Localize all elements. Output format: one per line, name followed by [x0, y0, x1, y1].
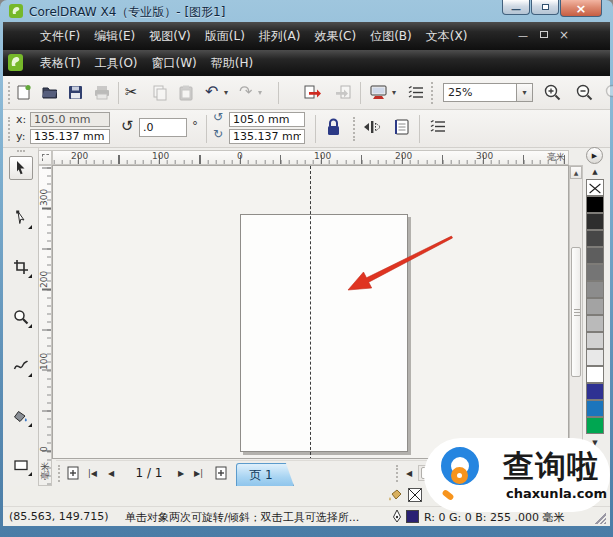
object-width-field[interactable]	[229, 112, 305, 127]
menu-text[interactable]: 文本(X)	[419, 25, 475, 48]
tool-crop[interactable]	[9, 255, 33, 279]
page-tab-1[interactable]: 页 1	[236, 463, 294, 486]
palette-swatch-40-black[interactable]	[586, 298, 604, 315]
palette-swatch-blue[interactable]	[586, 383, 604, 400]
propbar-options-button[interactable]	[429, 118, 447, 135]
doc-restore-button[interactable]	[540, 31, 548, 38]
palette-swatch-90-black[interactable]	[586, 213, 604, 230]
palette-no-color-swatch[interactable]	[586, 179, 604, 196]
paste-button[interactable]	[178, 84, 194, 101]
tool-smart-fill[interactable]	[9, 404, 33, 428]
zoom-page-button[interactable]	[604, 83, 613, 102]
tool-freehand[interactable]	[9, 354, 33, 378]
add-page-button-left[interactable]	[66, 465, 80, 481]
palette-swatch-30-black[interactable]	[586, 315, 604, 332]
next-page-button[interactable]: ▶	[178, 469, 184, 478]
mirror-button[interactable]	[363, 118, 381, 136]
menu-window[interactable]: 窗口(W)	[145, 52, 204, 75]
menu-effects[interactable]: 效果(C)	[307, 25, 363, 48]
undo-dropdown[interactable]: ▾	[224, 88, 228, 97]
palette-swatch-white[interactable]	[586, 366, 604, 383]
tool-rectangle[interactable]	[9, 453, 33, 477]
navbar-drag-handle[interactable]	[58, 465, 60, 482]
palette-swatch-70-black[interactable]	[586, 247, 604, 264]
horizontal-ruler[interactable]: 200 100 0 100 200 300 毫米	[52, 150, 569, 165]
new-document-button[interactable]	[15, 84, 32, 101]
menu-tools[interactable]: 工具(O)	[88, 52, 145, 75]
print-button[interactable]	[93, 84, 111, 101]
previous-page-button[interactable]: ◀	[108, 469, 114, 478]
close-button[interactable]: ×	[560, 0, 602, 17]
toolbar-drag-handle[interactable]	[8, 82, 10, 104]
propbar-drag-handle[interactable]	[8, 117, 10, 141]
menu-view[interactable]: 视图(V)	[142, 25, 198, 48]
copy-button[interactable]	[152, 84, 168, 101]
palette-swatch-50-black[interactable]	[586, 281, 604, 298]
tool-zoom[interactable]	[9, 305, 33, 329]
options-button[interactable]	[407, 84, 425, 101]
scroll-up-button[interactable]: ▲	[570, 166, 582, 179]
menu-bitmaps[interactable]: 位图(B)	[363, 25, 419, 48]
pick-arrow-icon	[13, 160, 29, 176]
tool-shape[interactable]	[9, 206, 33, 230]
minimize-button[interactable]: —	[502, 0, 530, 15]
vertical-scrollbar-thumb[interactable]	[571, 247, 581, 377]
close-icon: ×	[576, 2, 587, 15]
menu-help[interactable]: 帮助(H)	[204, 52, 260, 75]
zoom-level-combobox[interactable]	[443, 83, 517, 102]
drawing-canvas[interactable]	[52, 165, 569, 459]
rotation-angle-field[interactable]	[139, 118, 187, 137]
cut-button[interactable]: ✂	[125, 83, 138, 101]
x-position-field[interactable]	[30, 112, 110, 127]
palette-swatch-80-black[interactable]	[586, 230, 604, 247]
minimize-icon: —	[511, 5, 521, 15]
zoom-out-button[interactable]	[575, 83, 594, 102]
ruler-origin-corner[interactable]	[38, 150, 52, 165]
v-ruler-label: 100	[40, 353, 49, 370]
palette-swatch-20-black[interactable]	[586, 332, 604, 349]
menu-edit[interactable]: 编辑(E)	[87, 25, 142, 48]
menu-arrange[interactable]: 排列(A)	[252, 25, 308, 48]
undo-button[interactable]: ↶	[205, 82, 218, 101]
export-button[interactable]	[335, 84, 354, 101]
menu-file[interactable]: 文件(F)	[33, 25, 87, 48]
resize-grip[interactable]	[595, 513, 606, 524]
application-launcher-button[interactable]	[369, 84, 388, 101]
tool-pick[interactable]	[9, 156, 33, 180]
application-launcher-dropdown[interactable]: ▾	[392, 88, 396, 97]
doc-minimize-button[interactable]: —	[518, 31, 528, 41]
import-button[interactable]	[303, 84, 322, 101]
redo-dropdown[interactable]: ▾	[258, 88, 262, 97]
palette-swatch-cyan-blue[interactable]	[586, 400, 604, 417]
y-position-field[interactable]	[30, 129, 110, 144]
zoom-level-dropdown[interactable]: ▾	[517, 83, 533, 102]
toolbox-drag-handle[interactable]	[17, 150, 25, 152]
open-button[interactable]	[41, 84, 59, 101]
vertical-scrollbar[interactable]: ▲ ▼	[569, 165, 583, 459]
redo-button[interactable]: ↷	[239, 82, 252, 101]
first-page-button[interactable]: |◀	[88, 469, 97, 478]
palette-swatch-60-black[interactable]	[586, 264, 604, 281]
page-counter: 1 / 1	[126, 466, 172, 480]
v-ruler-label: 0	[40, 446, 49, 452]
menu-table[interactable]: 表格(T)	[33, 52, 88, 75]
restore-button[interactable]	[531, 0, 559, 15]
zoom-in-button[interactable]	[543, 83, 562, 102]
object-height-field[interactable]	[229, 129, 305, 144]
palette-swatch-green[interactable]	[586, 417, 604, 434]
lock-ratio-button[interactable]	[325, 118, 342, 137]
palette-scroll-up[interactable]: ▲	[589, 168, 601, 176]
text-wrap-button[interactable]	[393, 118, 411, 136]
doc-close-button[interactable]: ×	[559, 29, 569, 41]
add-page-button-right[interactable]	[214, 465, 228, 481]
last-page-button[interactable]: ▶|	[194, 469, 203, 478]
hscroll-left-button[interactable]: ◀	[406, 469, 412, 478]
toolbar-separator-dotted	[431, 82, 433, 104]
title-bar[interactable]: CorelDRAW X4（专业版）- [图形1] — ×	[0, 0, 613, 22]
palette-flyout-button[interactable]: ▶	[586, 147, 603, 164]
palette-swatch-black[interactable]	[586, 196, 604, 213]
menu-layout[interactable]: 版面(L)	[198, 25, 252, 48]
vertical-ruler[interactable]: 300 200 100 0 毫米	[38, 165, 52, 486]
save-button[interactable]	[67, 84, 84, 101]
palette-swatch-10-black[interactable]	[586, 349, 604, 366]
